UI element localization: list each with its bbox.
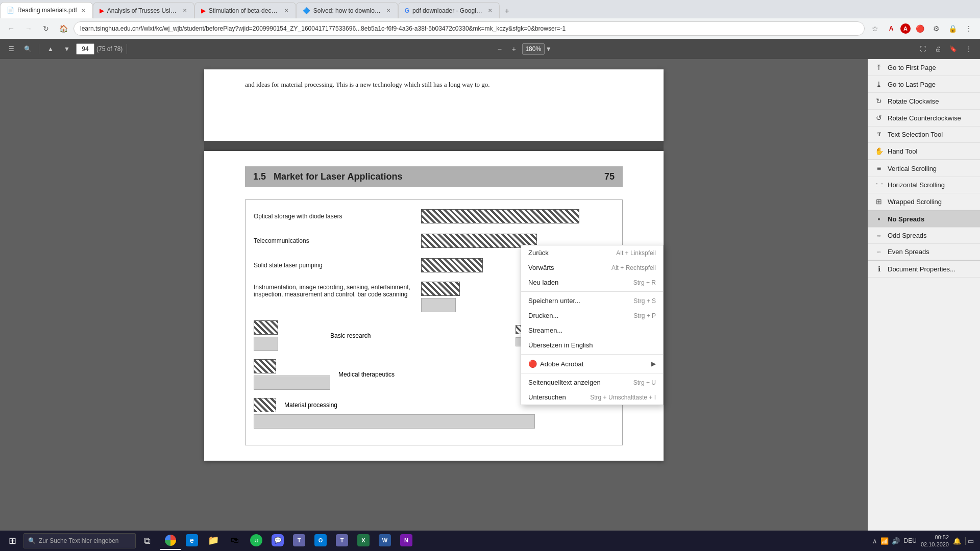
taskview-button[interactable]: ⧉ (137, 532, 157, 550)
taskbar-app-onenote[interactable]: N (396, 532, 416, 550)
tab-stimulation[interactable]: ▶ Stimulation of beta-decay by las... ✕ (194, 2, 296, 18)
ctx-item-forward[interactable]: Vorwärts Alt + Rechtspfeil (521, 260, 663, 275)
panel-item-rotate-ccw[interactable]: ↺ Rotate Counterclockwise (868, 110, 980, 127)
extension-icon-2[interactable]: A (900, 23, 911, 34)
taskbar-app-spotify[interactable]: ♫ (246, 532, 266, 550)
panel-item-text-select[interactable]: 𝐓 Text Selection Tool (868, 127, 980, 143)
rotate-cw-label: Rotate Clockwise (888, 97, 939, 105)
more-tools-button[interactable]: ⋮ (962, 42, 976, 56)
find-button[interactable]: 🔍 (20, 42, 35, 56)
tab-close-3[interactable]: ✕ (283, 7, 289, 14)
tab-title-2: Analysis of Trusses Using Finite E... (107, 7, 179, 14)
ctx-item-print[interactable]: Drucken... Strg + P (521, 308, 663, 323)
nav-forward[interactable]: → (21, 21, 36, 36)
pdf-viewer: ☰ 🔍 ▲ ▼ (75 of 78) − + ▼ ⛶ 🖨 🔖 ⋮ (0, 39, 980, 551)
panel-item-hand[interactable]: ✋ Hand Tool (868, 143, 980, 160)
time-block[interactable]: 00:52 02.10.2020 (921, 534, 949, 548)
taskbar-app-edge[interactable]: e (182, 532, 202, 550)
ctx-item-reload[interactable]: Neu laden Strg + R (521, 275, 663, 290)
panel-item-go-last[interactable]: ⤓ Go to Last Page (868, 76, 980, 93)
taskbar-app-explorer[interactable]: 📁 (203, 532, 224, 550)
prev-page-button[interactable]: ▲ (43, 42, 58, 56)
tab-close-1[interactable]: ✕ (80, 7, 86, 14)
ctx-item-save[interactable]: Speichern unter... Strg + S (521, 293, 663, 308)
extension-icon-3[interactable]: 🔴 (913, 21, 927, 36)
horizontal-scroll-label: Horizontal Scrolling (888, 181, 945, 189)
taskbar-app-teams2[interactable]: T (332, 532, 352, 550)
extension-icon-5[interactable]: 🔒 (945, 21, 960, 36)
panel-item-no-spreads[interactable]: ▪ No Spreads (868, 211, 980, 228)
bookmark-button[interactable]: 🔖 (946, 42, 961, 56)
page-number-input[interactable] (76, 43, 94, 55)
browser-menu-icon[interactable]: ⋮ (962, 21, 976, 36)
tab-google[interactable]: G pdf downloader - Google Search ✕ (398, 2, 500, 18)
extension-icon-4[interactable]: ⚙ (929, 21, 943, 36)
taskbar-search[interactable]: 🔍 Zur Suche Text hier eingeben (23, 533, 136, 548)
address-bar[interactable]: learn.tsinghua.edu.cn/f/wlxt/kc/wj_wjb/s… (74, 21, 865, 36)
tab-close-2[interactable]: ✕ (182, 7, 188, 14)
zoom-input[interactable] (522, 43, 545, 55)
taskbar-app-outlook[interactable]: O (310, 532, 331, 550)
panel-item-doc-properties[interactable]: ℹ Document Properties... (868, 261, 980, 278)
show-desktop-icon[interactable]: ▭ (965, 537, 974, 545)
start-button[interactable]: ⊞ (2, 532, 22, 550)
ctx-divider-2 (521, 354, 663, 355)
panel-item-odd-spreads[interactable]: ▫▫ Odd Spreads (868, 228, 980, 244)
bookmark-star-icon[interactable]: ☆ (868, 21, 882, 36)
ctx-item-translate[interactable]: Übersetzen in English (521, 338, 663, 353)
taskbar-app-teams[interactable]: T (289, 532, 309, 550)
section-page-number: 75 (604, 171, 615, 182)
panel-item-rotate-cw[interactable]: ↻ Rotate Clockwise (868, 93, 980, 110)
ctx-item-source[interactable]: Seitenquelltext anzeigen Strg + U (521, 375, 663, 390)
new-tab-button[interactable]: + (500, 4, 514, 18)
panel-item-even-spreads[interactable]: ▫▫ Even Spreads (868, 244, 980, 260)
taskbar-app-discord[interactable]: 💬 (267, 532, 288, 550)
language-indicator[interactable]: DEU (904, 537, 917, 544)
tray-up-icon[interactable]: ∧ (872, 537, 877, 545)
ctx-item-inspect[interactable]: Untersuchen Strg + Umschalttaste + I (521, 390, 663, 405)
fullscreen-button[interactable]: ⛶ (916, 42, 930, 56)
zoom-out-button[interactable]: − (494, 43, 506, 55)
nav-back[interactable]: ← (4, 21, 18, 36)
sidebar-toggle-button[interactable]: ☰ (4, 42, 18, 56)
nav-reload[interactable]: ↻ (39, 21, 53, 36)
ctx-item-acrobat[interactable]: 🔴 Adobe Acrobat ▶ (521, 356, 663, 371)
rotate-ccw-label: Rotate Counterclockwise (888, 114, 961, 122)
tab-reading-materials[interactable]: 📄 Reading materials.pdf ✕ (0, 2, 93, 18)
tab-close-4[interactable]: ✕ (385, 7, 391, 14)
taskbar-app-chrome[interactable] (160, 532, 181, 550)
chart-label-7: Material processing (284, 402, 337, 409)
panel-item-go-first[interactable]: ⤒ Go to First Page (868, 59, 980, 76)
taskbar-app-excel[interactable]: X (353, 532, 374, 550)
tab-close-5[interactable]: ✕ (487, 7, 493, 14)
next-page-button[interactable]: ▼ (60, 42, 74, 56)
taskbar-app-store[interactable]: 🛍 (225, 532, 245, 550)
explorer-icon: 📁 (207, 534, 219, 546)
chart-bar-5b (254, 337, 278, 351)
volume-icon[interactable]: 🔊 (892, 537, 900, 545)
zoom-in-button[interactable]: + (508, 43, 520, 55)
nav-home[interactable]: 🏠 (56, 21, 70, 36)
notification-icon[interactable]: 🔔 (953, 537, 961, 545)
extension-icon-1[interactable]: A (884, 21, 898, 36)
pdf-tool-divider-1 (39, 44, 39, 54)
chart-bar-5a (254, 320, 278, 335)
panel-item-vertical-scroll[interactable]: ≡ Vertical Scrolling (868, 160, 980, 177)
go-last-page-icon: ⤓ (874, 80, 884, 88)
hand-tool-icon: ✋ (874, 147, 884, 155)
ctx-item-stream[interactable]: Streamen... (521, 323, 663, 338)
teams-icon: T (293, 534, 305, 546)
tab-analysis[interactable]: ▶ Analysis of Trusses Using Finite E... … (93, 2, 194, 18)
taskbar: ⊞ 🔍 Zur Suche Text hier eingeben ⧉ e 📁 🛍… (0, 531, 980, 551)
zoom-dropdown-icon[interactable]: ▼ (546, 45, 552, 53)
print-button[interactable]: 🖨 (931, 42, 945, 56)
tab-favicon-1: 📄 (7, 7, 14, 14)
go-last-page-label: Go to Last Page (888, 81, 936, 88)
network-icon[interactable]: 📶 (880, 537, 889, 545)
taskbar-app-word[interactable]: W (375, 532, 395, 550)
ctx-item-back[interactable]: Zurück Alt + Linkspfeil (521, 245, 663, 260)
chart-bar-wrap-1 (421, 209, 614, 223)
tab-solved[interactable]: 🔷 Solved: how to download a pdf f... ✕ (296, 2, 398, 18)
panel-item-wrapped-scroll[interactable]: ⊞ Wrapped Scrolling (868, 193, 980, 210)
panel-item-horizontal-scroll[interactable]: ⋮⋮ Horizontal Scrolling (868, 177, 980, 193)
